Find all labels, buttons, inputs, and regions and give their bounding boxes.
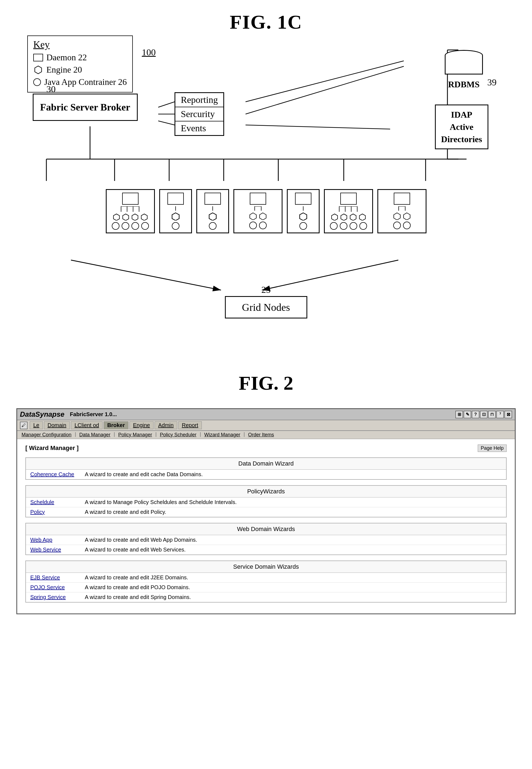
node-connect-lines	[395, 206, 409, 211]
node-rect	[295, 193, 311, 205]
circle1	[112, 222, 119, 230]
node-circle-row	[330, 222, 367, 230]
menu-wizard-manager[interactable]: Wizard Manager	[203, 431, 242, 438]
node-rect	[205, 193, 221, 205]
svg-marker-30	[141, 214, 147, 221]
svg-marker-32	[172, 213, 179, 221]
grid-nodes-label: Grid Nodes	[242, 302, 290, 313]
wizard-link[interactable]: EJB Service	[30, 574, 85, 581]
icon-6[interactable]: ⁷	[496, 411, 504, 418]
menu-policy-manager[interactable]: Policy Manager	[117, 431, 154, 438]
svg-line-10	[158, 102, 175, 107]
icon-3[interactable]: ?	[472, 411, 479, 418]
wizard-row: EJB ServiceA wizard to create and edit J…	[26, 573, 506, 583]
svg-marker-28	[123, 214, 129, 221]
title-bar-icons: ⊞ ✎ ? ⊡ ⊓ ⁷ ⊠	[455, 411, 512, 418]
security-item: Sercurity	[175, 107, 223, 121]
tab-report[interactable]: Report	[178, 421, 202, 429]
node-connect-lines	[210, 206, 215, 211]
circle2	[340, 222, 347, 230]
wizard-link[interactable]: Web App	[30, 537, 85, 543]
label-25: 25	[225, 285, 307, 295]
wizard-section-title: Service Domain Wizards	[26, 561, 506, 573]
circle1	[330, 222, 338, 230]
app-mockup: DataSynapse FabricServer 1.0... ⊞ ✎ ? ⊡ …	[16, 408, 516, 614]
svg-line-19	[71, 260, 221, 290]
wizard-section: Service Domain WizardsEJB ServiceA wizar…	[25, 560, 507, 603]
hex	[209, 212, 217, 221]
svg-marker-55	[404, 213, 410, 220]
label-100: 100	[142, 47, 156, 58]
fig1c-section: FIG. 1C Key Daemon 22 Engine 20 Java App…	[0, 0, 532, 361]
wizard-row: Web ServiceA wizard to create and edit W…	[26, 545, 506, 554]
wizard-desc: A wizard to create and edit Policy.	[85, 509, 502, 515]
icon-4[interactable]: ⊡	[480, 411, 488, 418]
hex	[172, 212, 180, 221]
hex2	[259, 212, 267, 220]
tab-domain[interactable]: Domain	[44, 421, 70, 429]
hex1	[113, 214, 120, 221]
svg-line-14	[245, 66, 404, 114]
wizard-link[interactable]: Scheldule	[30, 499, 85, 505]
wizard-row: PolicyA wizard to create and edit Policy…	[26, 507, 506, 517]
content-area: [ Wizard Manager ] Page Help Data Domain…	[17, 439, 515, 614]
app-logo: DataSynapse	[20, 410, 64, 419]
rdbms-cylinder-icon	[445, 50, 483, 77]
wizard-desc: A wizard to create and edit POJO Domains…	[85, 584, 502, 591]
wizard-link[interactable]: Spring Service	[30, 594, 85, 601]
node-hex-row	[113, 214, 148, 221]
tab-lclient[interactable]: LClient od	[71, 421, 103, 429]
page-help-button[interactable]: Page Help	[478, 444, 507, 452]
hex4	[359, 214, 366, 221]
icon-5[interactable]: ⊓	[488, 411, 496, 418]
circle3	[350, 222, 357, 230]
idap-label: IDAP Active Directories	[441, 109, 482, 145]
menu-manager-config[interactable]: Manager Configuration	[20, 431, 73, 438]
wizard-link[interactable]: Web Service	[30, 546, 85, 553]
nav-tabs: Le Domain LClient od Broker Engine Admin…	[30, 421, 202, 429]
svg-marker-29	[132, 214, 138, 221]
svg-marker-41	[300, 213, 307, 221]
node-circle-row	[393, 222, 411, 229]
nav-toolbar: 🖊 Le Domain LClient od Broker Engine Adm…	[17, 420, 515, 431]
menu-policy-scheduler[interactable]: Policy Scheduler	[158, 431, 198, 438]
wizard-section-title: Web Domain Wizards	[26, 523, 506, 535]
menu-order-items[interactable]: Order Items	[247, 431, 276, 438]
circle4	[141, 222, 149, 230]
back-icon[interactable]: 🖊	[20, 422, 28, 429]
tab-engine[interactable]: Engine	[130, 421, 154, 429]
wizard-section: PolicyWizardsSchelduleA wizard to Manage…	[25, 485, 507, 517]
svg-line-15	[245, 125, 390, 129]
icon-7[interactable]: ⊠	[504, 411, 512, 418]
node-box-7	[377, 189, 426, 233]
wizard-link[interactable]: Policy	[30, 509, 85, 515]
node-box-2	[159, 189, 192, 233]
node-connect-lines	[335, 206, 362, 212]
node-rect	[394, 193, 410, 205]
circle1	[249, 222, 257, 229]
node-box-3	[196, 189, 229, 233]
wizard-sections: Data Domain WizardCoherence CacheA wizar…	[25, 457, 507, 603]
menu-bar: Manager Configuration | Data Manager | P…	[17, 431, 515, 439]
hex4	[141, 214, 148, 221]
wizard-desc: A wizard to create and edit Spring Domai…	[85, 594, 502, 601]
wizard-desc: A wizard to Manage Policy Scheldules and…	[85, 499, 502, 505]
tab-le[interactable]: Le	[30, 421, 43, 429]
icon-2[interactable]: ✎	[464, 411, 471, 418]
svg-line-12	[158, 121, 175, 125]
wizard-link[interactable]: POJO Service	[30, 584, 85, 591]
tab-admin[interactable]: Admin	[155, 421, 177, 429]
icon-1[interactable]: ⊞	[455, 411, 463, 418]
circle3	[131, 222, 139, 230]
menu-data-broker[interactable]: Data Manager	[78, 431, 112, 438]
hex	[299, 212, 307, 221]
node-rect	[122, 193, 139, 205]
fig2-title: FIG. 2	[0, 372, 532, 395]
rdbms-container: RDBMS	[445, 50, 483, 89]
nodes-row	[25, 189, 507, 233]
label-39: 39	[487, 77, 497, 88]
svg-marker-54	[394, 213, 400, 220]
node-box-4	[233, 189, 282, 233]
wizard-link[interactable]: Coherence Cache	[30, 471, 85, 477]
tab-broker[interactable]: Broker	[104, 421, 128, 429]
